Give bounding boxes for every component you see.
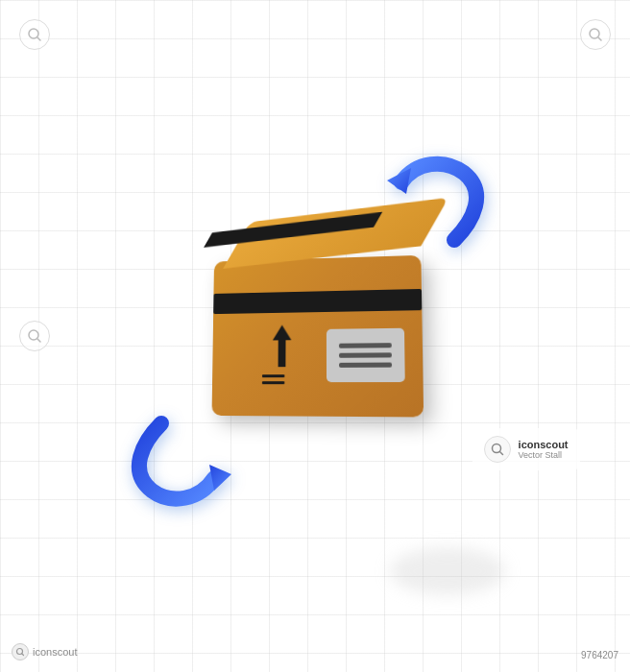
main-scene bbox=[0, 0, 630, 672]
fragile-arrow-up bbox=[273, 324, 292, 367]
arrow-lower-left bbox=[118, 409, 243, 518]
vector-stall-text: Vector Stall bbox=[519, 450, 569, 460]
iconscout-brand: iconscout bbox=[519, 439, 569, 450]
watermark-bottom-right: 9764207 bbox=[581, 650, 618, 660]
box-lines bbox=[262, 374, 285, 384]
iconscout-circle-icon bbox=[12, 643, 29, 660]
box-shadow bbox=[390, 547, 505, 595]
svg-line-11 bbox=[22, 654, 24, 656]
box-line-2 bbox=[262, 381, 284, 384]
watermark-bottom-left: iconscout bbox=[12, 643, 77, 660]
arrow-up-shaft bbox=[279, 340, 286, 367]
label-line-3 bbox=[339, 362, 392, 367]
iconscout-logo-left: iconscout bbox=[12, 643, 77, 660]
box-tape-front bbox=[213, 288, 422, 313]
asset-id: 9764207 bbox=[581, 650, 618, 660]
svg-line-9 bbox=[499, 452, 502, 455]
label-line-2 bbox=[339, 352, 392, 357]
arrow-up-head bbox=[273, 324, 292, 340]
iconscout-search-icon bbox=[484, 436, 511, 463]
svg-marker-6 bbox=[387, 168, 411, 194]
box-container bbox=[181, 202, 449, 470]
shipping-label bbox=[327, 327, 405, 381]
watermark-center-text: iconscout Vector Stall bbox=[519, 439, 569, 460]
label-line-1 bbox=[339, 343, 392, 348]
package-box bbox=[212, 254, 424, 417]
iconscout-bottom-brand: iconscout bbox=[33, 646, 77, 658]
watermark-center-overlay: iconscout Vector Stall bbox=[472, 428, 580, 470]
box-line-1 bbox=[262, 374, 284, 377]
